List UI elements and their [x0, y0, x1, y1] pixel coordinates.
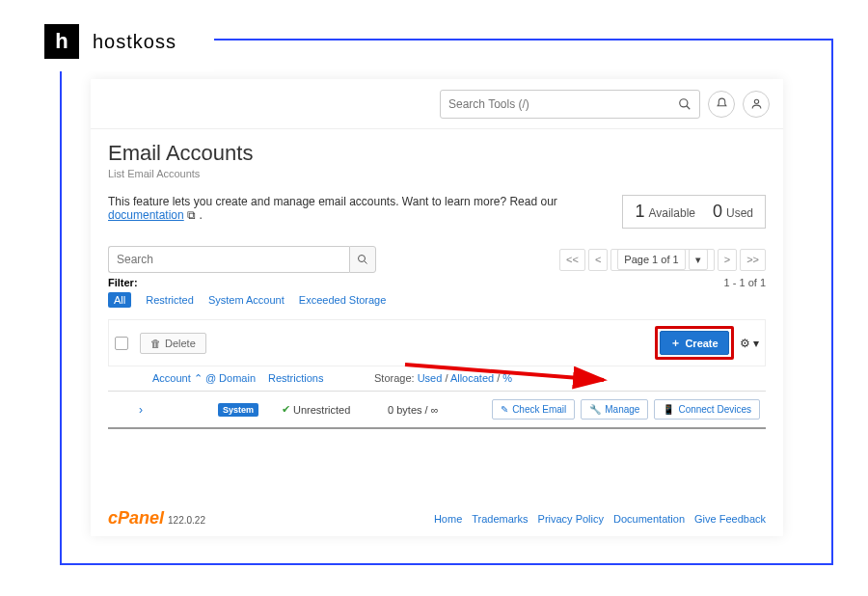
search-placeholder-text: Search Tools (/) [448, 97, 529, 111]
notifications-button[interactable] [708, 91, 735, 118]
check-email-button[interactable]: ✎Check Email [492, 399, 575, 420]
svg-point-0 [680, 98, 688, 106]
footer: cPanel122.0.22 Home Trademarks Privacy P… [108, 508, 766, 528]
svg-point-3 [359, 256, 366, 262]
page-first[interactable]: << [559, 249, 585, 271]
brand-name: hostkoss [93, 31, 176, 53]
page-subtitle: List Email Accounts [108, 168, 766, 179]
edit-icon: ✎ [501, 404, 508, 415]
table-row: › System ✔ Unrestricted 0 bytes / ∞ ✎Che… [108, 392, 766, 429]
result-count: 1 - 1 of 1 [724, 277, 766, 288]
table-header: Account ⌃ @ Domain Restrictions Storage:… [108, 366, 766, 392]
col-account[interactable]: Account ⌃ @ Domain [114, 372, 268, 385]
page-prev[interactable]: < [588, 249, 608, 271]
settings-gear-button[interactable]: ⚙ ▾ [740, 337, 759, 350]
col-restrictions[interactable]: Restrictions [268, 372, 374, 385]
email-search-input[interactable] [108, 246, 349, 273]
filter-label: Filter: [108, 277, 138, 288]
delete-button[interactable]: 🗑 Delete [140, 333, 206, 354]
page-last[interactable]: >> [740, 249, 766, 271]
cpanel-window: Search Tools (/) Email Accounts List Ema… [91, 79, 783, 536]
restriction-value: Unrestricted [293, 404, 350, 416]
brand-logo: h [44, 24, 79, 59]
svg-line-4 [365, 261, 367, 264]
search-icon [678, 97, 692, 114]
svg-line-1 [687, 105, 691, 109]
filter-exceeded[interactable]: Exceeded Storage [299, 294, 387, 306]
create-button[interactable]: ＋ Create [660, 331, 728, 355]
email-search-button[interactable] [349, 246, 376, 273]
wrench-icon: 🔧 [589, 404, 601, 415]
footer-privacy[interactable]: Privacy Policy [538, 513, 604, 525]
global-search-input[interactable]: Search Tools (/) [440, 90, 700, 119]
filter-system[interactable]: System Account [208, 294, 285, 306]
cpanel-logo: cPanel122.0.22 [108, 508, 205, 528]
filter-all[interactable]: All [108, 292, 131, 308]
col-storage: Storage: Used / Allocated / % [374, 372, 760, 385]
page-indicator[interactable]: Page 1 of 1 ▾ [610, 249, 714, 271]
manage-button[interactable]: 🔧Manage [581, 399, 648, 420]
check-icon: ✔ [282, 403, 290, 416]
create-highlight: ＋ Create [655, 326, 733, 360]
device-icon: 📱 [663, 404, 674, 415]
account-button[interactable] [743, 91, 770, 118]
svg-point-2 [754, 99, 758, 103]
external-link-icon: ⧉ [184, 208, 196, 222]
top-toolbar: Search Tools (/) [91, 79, 783, 129]
storage-value: 0 bytes / ∞ [388, 404, 492, 416]
footer-documentation[interactable]: Documentation [613, 513, 685, 525]
system-badge: System [218, 403, 258, 417]
expand-row-icon[interactable]: › [139, 403, 143, 417]
brand-header: h hostkoss [21, 12, 214, 71]
select-all-checkbox[interactable] [115, 337, 128, 350]
pagination: << < Page 1 of 1 ▾ > >> [559, 249, 766, 271]
content-area: Email Accounts List Email Accounts This … [91, 129, 783, 429]
page-description: This feature lets you create and manage … [108, 195, 622, 222]
usage-counter: 1Available 0Used [622, 195, 766, 229]
filter-restricted[interactable]: Restricted [146, 294, 194, 306]
footer-feedback[interactable]: Give Feedback [694, 513, 766, 525]
connect-devices-button[interactable]: 📱Connect Devices [654, 399, 760, 420]
page-title: Email Accounts [108, 141, 766, 166]
filter-chips: All Restricted System Account Exceeded S… [108, 292, 766, 308]
footer-links: Home Trademarks Privacy Policy Documenta… [434, 513, 766, 525]
documentation-link[interactable]: documentation [108, 208, 184, 222]
trash-icon: 🗑 [150, 338, 161, 349]
footer-home[interactable]: Home [434, 513, 462, 525]
footer-trademarks[interactable]: Trademarks [472, 513, 528, 525]
plus-icon: ＋ [670, 336, 681, 350]
page-next[interactable]: > [718, 249, 737, 271]
email-search [108, 246, 376, 273]
